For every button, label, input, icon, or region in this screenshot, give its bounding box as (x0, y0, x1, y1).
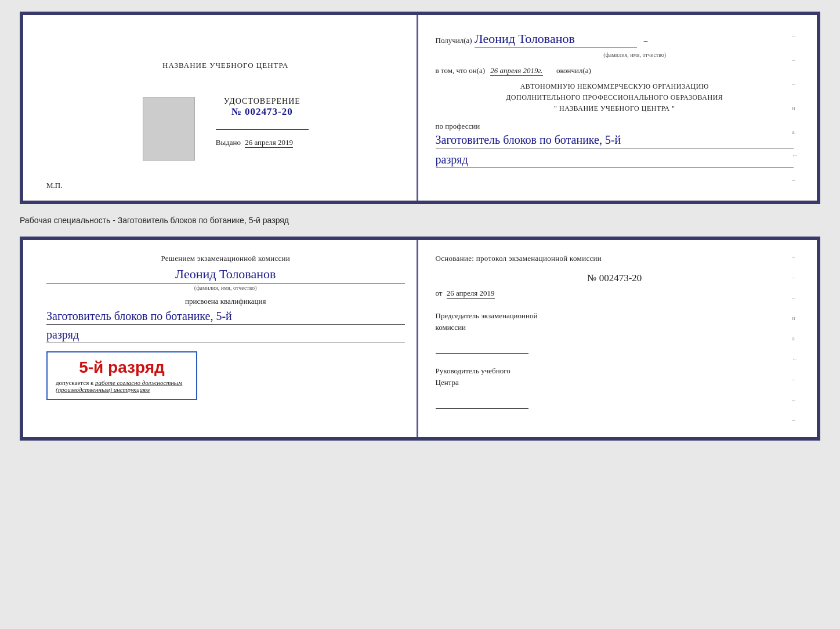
cert-date: 26 апреля 2019г. (490, 66, 542, 76)
decision-text: Решением экзаменационной комиссии (46, 254, 405, 263)
kvalif-value: Заготовитель блоков по ботанике, 5-й (46, 310, 405, 325)
head-block: Руководитель учебного Центра (436, 365, 794, 409)
stamp-box: 5-й разряд допускается к работе согласно… (46, 351, 197, 400)
specialty-label: Рабочая специальность - Заготовитель бло… (20, 214, 820, 226)
stamp-grade: 5-й разряд (56, 358, 188, 377)
top-right-half: Получил(а) Леонид Толованов – (фамилия, … (418, 15, 817, 201)
recipient-line: Получил(а) Леонид Толованов – (436, 31, 794, 48)
profession-block: по профессии Заготовитель блоков по бота… (436, 122, 794, 168)
cert-number: 002473-20 (245, 106, 293, 117)
head-title: Руководитель учебного Центра (436, 365, 794, 388)
stamp-admission: допускается к работе согласно должностны… (56, 379, 188, 393)
udostoverenie-number: № 002473-20 (216, 106, 309, 118)
ot-label: от (436, 289, 443, 297)
chairman-title: Председатель экзаменационной комиссии (436, 310, 794, 333)
center-name-top: НАЗВАНИЕ УЧЕБНОГО ЦЕНТРА (162, 61, 288, 70)
date-line: в том, что он(а) 26 апреля 2019г. окончи… (436, 66, 794, 75)
vydano-line: Выдано 26 апреля 2019 (216, 138, 309, 148)
ot-date: 26 апреля 2019 (447, 289, 495, 299)
recipient-name: Леонид Толованов (475, 31, 637, 48)
profession-value: Заготовитель блоков по ботанике, 5-й (436, 133, 794, 148)
top-document: НАЗВАНИЕ УЧЕБНОГО ЦЕНТРА УДОСТОВЕРЕНИЕ №… (20, 12, 820, 204)
head-signature-line (436, 399, 528, 409)
number-prefix: № (231, 106, 242, 117)
udostoverenie-block: УДОСТОВЕРЕНИЕ № 002473-20 (216, 97, 309, 118)
razryad-value: разряд (436, 153, 794, 168)
poluchil-label: Получил(а) (436, 36, 472, 45)
okonchil-label: окончил(а) (556, 66, 591, 75)
mp-label: М.П. (46, 181, 62, 190)
chairman-block: Председатель экзаменационной комиссии (436, 310, 794, 354)
ot-line: от 26 апреля 2019 (436, 289, 794, 299)
bottom-fio-subtitle: (фамилия, имя, отчество) (46, 285, 405, 291)
bottom-razryad-value: разряд (46, 328, 405, 343)
bottom-person-name: Леонид Толованов (46, 267, 405, 283)
org-block: АВТОНОМНУЮ НЕКОММЕРЧЕСКУЮ ОРГАНИЗАЦИЮ ДО… (436, 81, 794, 115)
osnov-line: Основание: протокол экзаменационной коми… (436, 254, 794, 263)
protocol-number: № 002473-20 (436, 272, 794, 284)
chairman-signature-line (436, 344, 528, 354)
fio-subtitle: (фамилия, имя, отчество) (476, 52, 794, 58)
udostoverenie-title: УДОСТОВЕРЕНИЕ (216, 97, 309, 106)
top-left-half: НАЗВАНИЕ УЧЕБНОГО ЦЕНТРА УДОСТОВЕРЕНИЕ №… (23, 15, 418, 201)
photo-placeholder (143, 97, 195, 161)
bottom-left-half: Решением экзаменационной комиссии Леонид… (23, 240, 418, 437)
bottom-right-half: Основание: протокол экзаменационной коми… (418, 240, 817, 437)
vydano-date: 26 апреля 2019 (245, 138, 293, 148)
prisvoena-line: присвоена квалификация (46, 297, 405, 306)
bottom-document: Решением экзаменационной комиссии Леонид… (20, 237, 820, 441)
